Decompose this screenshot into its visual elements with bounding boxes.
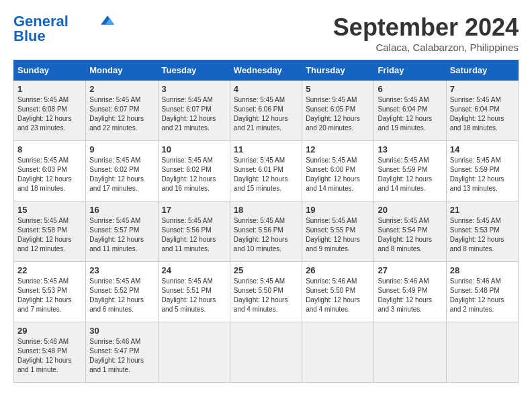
day-info: Sunrise: 5:46 AM Sunset: 5:47 PM Dayligh… — [89, 337, 154, 375]
logo-icon — [101, 15, 114, 25]
calendar-day-14: 14Sunrise: 5:45 AM Sunset: 5:59 PM Dayli… — [446, 141, 518, 201]
page-header: General Blue September 2024 Calaca, Cala… — [13, 13, 519, 53]
day-info: Sunrise: 5:46 AM Sunset: 5:48 PM Dayligh… — [450, 277, 515, 314]
day-number: 9 — [89, 144, 154, 154]
day-info: Sunrise: 5:46 AM Sunset: 5:50 PM Dayligh… — [306, 277, 370, 314]
day-info: Sunrise: 5:45 AM Sunset: 6:05 PM Dayligh… — [306, 95, 370, 133]
day-info: Sunrise: 5:45 AM Sunset: 6:04 PM Dayligh… — [450, 95, 515, 133]
calendar-day-empty — [302, 322, 374, 383]
calendar-day-2: 2Sunrise: 5:45 AM Sunset: 6:07 PM Daylig… — [86, 81, 158, 141]
calendar-day-10: 10Sunrise: 5:45 AM Sunset: 6:02 PM Dayli… — [158, 141, 230, 201]
day-info: Sunrise: 5:45 AM Sunset: 6:02 PM Dayligh… — [89, 156, 154, 193]
day-info: Sunrise: 5:45 AM Sunset: 6:07 PM Dayligh… — [89, 95, 154, 133]
calendar-day-3: 3Sunrise: 5:45 AM Sunset: 6:07 PM Daylig… — [158, 81, 230, 141]
day-info: Sunrise: 5:45 AM Sunset: 6:03 PM Dayligh… — [17, 156, 82, 193]
calendar-day-25: 25Sunrise: 5:45 AM Sunset: 5:50 PM Dayli… — [230, 262, 302, 322]
day-number: 28 — [450, 265, 515, 275]
logo-text-blue: Blue — [13, 28, 46, 44]
day-info: Sunrise: 5:45 AM Sunset: 6:01 PM Dayligh… — [234, 156, 298, 193]
day-info: Sunrise: 5:45 AM Sunset: 5:58 PM Dayligh… — [17, 216, 82, 254]
calendar-day-13: 13Sunrise: 5:45 AM Sunset: 5:59 PM Dayli… — [374, 141, 446, 201]
title-section: September 2024 Calaca, Calabarzon, Phili… — [333, 13, 519, 53]
day-number: 15 — [17, 205, 82, 215]
calendar-day-23: 23Sunrise: 5:45 AM Sunset: 5:52 PM Dayli… — [86, 262, 158, 322]
day-info: Sunrise: 5:45 AM Sunset: 5:53 PM Dayligh… — [450, 216, 515, 254]
calendar-day-20: 20Sunrise: 5:45 AM Sunset: 5:54 PM Dayli… — [374, 201, 446, 262]
day-info: Sunrise: 5:45 AM Sunset: 5:50 PM Dayligh… — [234, 277, 298, 314]
day-number: 3 — [162, 84, 226, 94]
day-header-wednesday: Wednesday — [230, 60, 302, 81]
day-header-sunday: Sunday — [14, 60, 86, 81]
day-number: 27 — [378, 265, 442, 275]
calendar-day-15: 15Sunrise: 5:45 AM Sunset: 5:58 PM Dayli… — [14, 201, 86, 262]
day-info: Sunrise: 5:45 AM Sunset: 6:08 PM Dayligh… — [17, 95, 82, 133]
day-number: 10 — [162, 144, 226, 154]
day-number: 18 — [234, 205, 298, 215]
calendar-day-empty — [230, 322, 302, 383]
day-number: 21 — [450, 205, 515, 215]
day-number: 26 — [306, 265, 370, 275]
day-number: 5 — [306, 84, 370, 94]
day-header-monday: Monday — [86, 60, 158, 81]
day-info: Sunrise: 5:45 AM Sunset: 6:02 PM Dayligh… — [162, 156, 226, 193]
calendar-day-12: 12Sunrise: 5:45 AM Sunset: 6:00 PM Dayli… — [302, 141, 374, 201]
calendar-day-7: 7Sunrise: 5:45 AM Sunset: 6:04 PM Daylig… — [446, 81, 518, 141]
calendar-day-11: 11Sunrise: 5:45 AM Sunset: 6:01 PM Dayli… — [230, 141, 302, 201]
calendar-day-30: 30Sunrise: 5:46 AM Sunset: 5:47 PM Dayli… — [86, 322, 158, 383]
day-number: 24 — [162, 265, 226, 275]
day-number: 29 — [17, 326, 82, 336]
calendar-header-row: SundayMondayTuesdayWednesdayThursdayFrid… — [14, 60, 519, 81]
day-info: Sunrise: 5:45 AM Sunset: 5:52 PM Dayligh… — [89, 277, 154, 314]
day-number: 22 — [17, 265, 82, 275]
day-info: Sunrise: 5:45 AM Sunset: 5:59 PM Dayligh… — [378, 156, 442, 193]
calendar-week-3: 22Sunrise: 5:45 AM Sunset: 5:53 PM Dayli… — [14, 262, 519, 322]
calendar-day-18: 18Sunrise: 5:45 AM Sunset: 5:56 PM Dayli… — [230, 201, 302, 262]
day-number: 20 — [378, 205, 442, 215]
day-number: 17 — [162, 205, 226, 215]
calendar-week-0: 1Sunrise: 5:45 AM Sunset: 6:08 PM Daylig… — [14, 81, 519, 141]
day-header-thursday: Thursday — [302, 60, 374, 81]
calendar-table: SundayMondayTuesdayWednesdayThursdayFrid… — [13, 60, 519, 383]
day-number: 6 — [378, 84, 442, 94]
day-info: Sunrise: 5:46 AM Sunset: 5:49 PM Dayligh… — [378, 277, 442, 314]
day-number: 16 — [89, 205, 154, 215]
month-year-title: September 2024 — [333, 13, 519, 42]
calendar-day-27: 27Sunrise: 5:46 AM Sunset: 5:49 PM Dayli… — [374, 262, 446, 322]
calendar-week-4: 29Sunrise: 5:46 AM Sunset: 5:48 PM Dayli… — [14, 322, 519, 383]
day-info: Sunrise: 5:45 AM Sunset: 5:53 PM Dayligh… — [17, 277, 82, 314]
calendar-day-empty — [374, 322, 446, 383]
calendar-day-16: 16Sunrise: 5:45 AM Sunset: 5:57 PM Dayli… — [86, 201, 158, 262]
day-number: 11 — [234, 144, 298, 154]
day-info: Sunrise: 5:45 AM Sunset: 5:59 PM Dayligh… — [450, 156, 515, 193]
calendar-day-6: 6Sunrise: 5:45 AM Sunset: 6:04 PM Daylig… — [374, 81, 446, 141]
calendar-day-28: 28Sunrise: 5:46 AM Sunset: 5:48 PM Dayli… — [446, 262, 518, 322]
logo: General Blue — [13, 13, 114, 44]
calendar-day-5: 5Sunrise: 5:45 AM Sunset: 6:05 PM Daylig… — [302, 81, 374, 141]
calendar-day-24: 24Sunrise: 5:45 AM Sunset: 5:51 PM Dayli… — [158, 262, 230, 322]
day-info: Sunrise: 5:45 AM Sunset: 6:07 PM Dayligh… — [162, 95, 226, 133]
calendar-day-29: 29Sunrise: 5:46 AM Sunset: 5:48 PM Dayli… — [14, 322, 86, 383]
day-number: 7 — [450, 84, 515, 94]
day-info: Sunrise: 5:45 AM Sunset: 5:56 PM Dayligh… — [162, 216, 226, 254]
calendar-day-1: 1Sunrise: 5:45 AM Sunset: 6:08 PM Daylig… — [14, 81, 86, 141]
calendar-day-empty — [158, 322, 230, 383]
day-info: Sunrise: 5:46 AM Sunset: 5:48 PM Dayligh… — [17, 337, 82, 375]
calendar-week-1: 8Sunrise: 5:45 AM Sunset: 6:03 PM Daylig… — [14, 141, 519, 201]
day-number: 30 — [89, 326, 154, 336]
calendar-day-8: 8Sunrise: 5:45 AM Sunset: 6:03 PM Daylig… — [14, 141, 86, 201]
day-header-saturday: Saturday — [446, 60, 518, 81]
day-header-tuesday: Tuesday — [158, 60, 230, 81]
day-info: Sunrise: 5:45 AM Sunset: 5:57 PM Dayligh… — [89, 216, 154, 254]
calendar-week-2: 15Sunrise: 5:45 AM Sunset: 5:58 PM Dayli… — [14, 201, 519, 262]
day-info: Sunrise: 5:45 AM Sunset: 5:55 PM Dayligh… — [306, 216, 370, 254]
day-header-friday: Friday — [374, 60, 446, 81]
day-number: 19 — [306, 205, 370, 215]
day-number: 25 — [234, 265, 298, 275]
day-number: 14 — [450, 144, 515, 154]
day-number: 13 — [378, 144, 442, 154]
day-info: Sunrise: 5:45 AM Sunset: 6:06 PM Dayligh… — [234, 95, 298, 133]
day-number: 2 — [89, 84, 154, 94]
location-subtitle: Calaca, Calabarzon, Philippines — [333, 42, 519, 53]
day-number: 23 — [89, 265, 154, 275]
day-number: 1 — [17, 84, 82, 94]
